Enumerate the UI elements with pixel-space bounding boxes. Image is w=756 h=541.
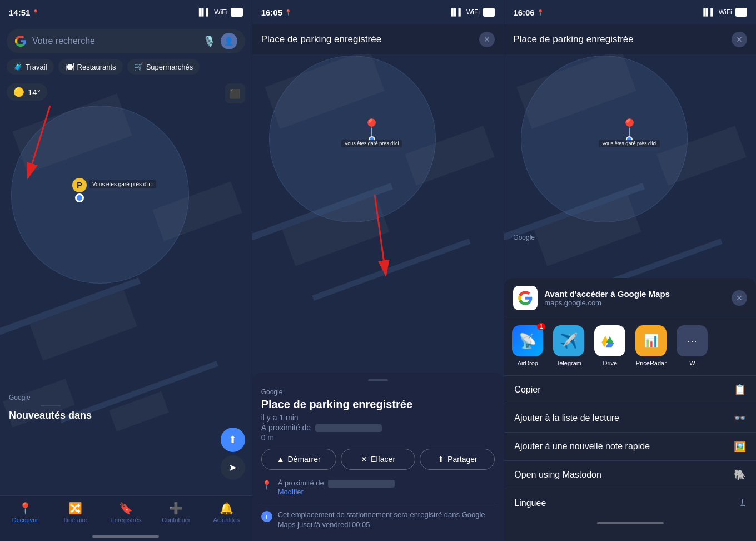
note-icon: 🖼️ [734, 440, 746, 453]
red-pin-3: 📍 Vous êtes garé près d'ici [599, 120, 660, 147]
share-app-priceradar[interactable]: 📊 PriceRadar [634, 325, 668, 366]
share-close-button[interactable]: ✕ [732, 290, 747, 306]
share-action-mastodon[interactable]: Open using Mastodon 🐘 [504, 460, 756, 489]
share-app-more[interactable]: ⋯ W [675, 325, 709, 366]
location-fab-1[interactable]: ➤ [221, 455, 245, 480]
linguee-icon: L [740, 497, 746, 509]
mic-icon-1[interactable]: 🎙️ [203, 35, 215, 47]
partager-button[interactable]: ⬆ Partager [420, 449, 495, 470]
copy-icon: 📋 [734, 384, 746, 396]
route-fab-1[interactable]: ⬆ [221, 428, 245, 452]
nav-contribuer[interactable]: ➕ Contribuer [151, 502, 202, 523]
red-pin-2: 📍 Vous êtes garé près d'ici [341, 120, 402, 147]
status-icons-2: ▐▌▌ WiFi 76 [449, 8, 495, 17]
nav-actualites[interactable]: 🔔 Actualités [201, 502, 252, 523]
weather-badge-1: 🟡 14° [7, 83, 47, 101]
share-action-note[interactable]: Ajouter à une nouvelle note rapide 🖼️ [504, 432, 756, 460]
share-header-3: Avant d'accéder à Google Maps maps.googl… [504, 278, 756, 316]
nav-decouvrir[interactable]: 📍 Découvrir [0, 502, 51, 523]
bottom-nav-1: 📍 Découvrir 🔀 Itinéraire 🔖 Enregistrés ➕… [0, 495, 252, 541]
demarrer-button[interactable]: ▲ Démarrer [261, 449, 336, 470]
pill-supermarches[interactable]: 🛒 Supermarchés [127, 59, 200, 75]
share-action-reading-list[interactable]: Ajouter à la liste de lecture 👓 [504, 404, 756, 432]
status-bar-1: 14:51 📍 ▐▌▌ WiFi 83 [0, 0, 252, 24]
status-icons-1: ▐▌▌ WiFi 83 [197, 8, 243, 17]
info-row-2: i Cet emplacement de stationnement sera … [261, 510, 495, 530]
bottom-sheet-2: Google Place de parking enregistrée il y… [252, 373, 504, 541]
google-g-icon [518, 290, 533, 306]
status-bar-3: 16:06 📍 ▐▌▌ WiFi 76 [504, 0, 756, 24]
share-apps-row-3: 📡 1 AirDrop ✈️ Telegram [504, 316, 756, 375]
google-logo-icon [14, 35, 27, 47]
mastodon-icon: 🐘 [734, 469, 746, 481]
top-search-bar-2: Place de parking enregistrée ✕ [252, 24, 504, 54]
action-row-2: ▲ Démarrer ✕ Effacer ⬆ Partager [261, 449, 495, 470]
pill-travail[interactable]: 🧳 Travail [7, 59, 54, 75]
reading-list-icon: 👓 [734, 412, 746, 424]
share-app-icon-3 [513, 286, 538, 310]
sheet-proximity-2: À proximité de [261, 423, 495, 432]
status-time-1: 14:51 📍 [9, 8, 39, 17]
status-icons-3: ▐▌▌ WiFi 76 [701, 8, 747, 17]
status-time-2: 16:05 📍 [261, 8, 291, 17]
close-button-3[interactable]: ✕ [732, 32, 747, 47]
share-app-telegram[interactable]: ✈️ Telegram [552, 325, 585, 366]
sheet-time-2: il y a 1 min [261, 413, 495, 422]
top-search-bar-3: Place de parking enregistrée ✕ [504, 24, 756, 54]
home-indicator-3 [597, 522, 664, 524]
sheet-handle-2 [368, 379, 388, 381]
effacer-button[interactable]: ✕ Effacer [341, 449, 416, 470]
location-row-2: 📍 À proximité de Modifier [261, 479, 495, 503]
status-time-3: 16:06 📍 [513, 8, 543, 17]
share-app-airdrop[interactable]: 📡 1 AirDrop [511, 325, 544, 366]
nav-enregistres[interactable]: 🔖 Enregistrés [101, 502, 151, 523]
avatar-1[interactable]: 👤 [221, 33, 237, 49]
location-icon-2: 📍 [261, 480, 272, 490]
panel-1: 14:51 📍 ▐▌▌ WiFi 83 Votre recherche 🎙️ 👤… [0, 0, 252, 541]
search-placeholder-1: Votre recherche [32, 36, 197, 46]
panel-2: 16:05 📍 ▐▌▌ WiFi 76 Place de parking enr… [252, 0, 505, 541]
google-label-1: Google Nouveautés dans [9, 394, 92, 421]
nav-itineraire[interactable]: 🔀 Itinéraire [51, 502, 101, 523]
map-background-1 [0, 0, 252, 541]
modifier-link-2[interactable]: Modifier [278, 488, 495, 496]
share-app-drive[interactable]: Drive [593, 325, 626, 366]
close-button-2[interactable]: ✕ [479, 32, 495, 47]
share-action-copier[interactable]: Copier 📋 [504, 375, 756, 404]
share-sheet-3: Avant d'accéder à Google Maps maps.googl… [504, 278, 756, 541]
pill-restaurants[interactable]: 🍽️ Restaurants [58, 59, 123, 75]
share-action-linguee[interactable]: Linguee L [504, 489, 756, 517]
category-pills-1: 🧳 Travail 🍽️ Restaurants 🛒 Supermarchés [7, 59, 200, 75]
google-label-3: Google [513, 234, 535, 241]
panel-3: 16:06 📍 ▐▌▌ WiFi 76 Place de parking enr… [504, 0, 756, 541]
home-indicator-1 [92, 535, 159, 538]
parking-pin-1: P Vous êtes garé près d'ici [72, 178, 87, 202]
layers-button-1[interactable]: ⬛ [225, 83, 245, 103]
status-bar-2: 16:05 📍 ▐▌▌ WiFi 76 [252, 0, 504, 24]
search-bar-1[interactable]: Votre recherche 🎙️ 👤 [7, 29, 245, 53]
drive-icon [601, 332, 619, 350]
